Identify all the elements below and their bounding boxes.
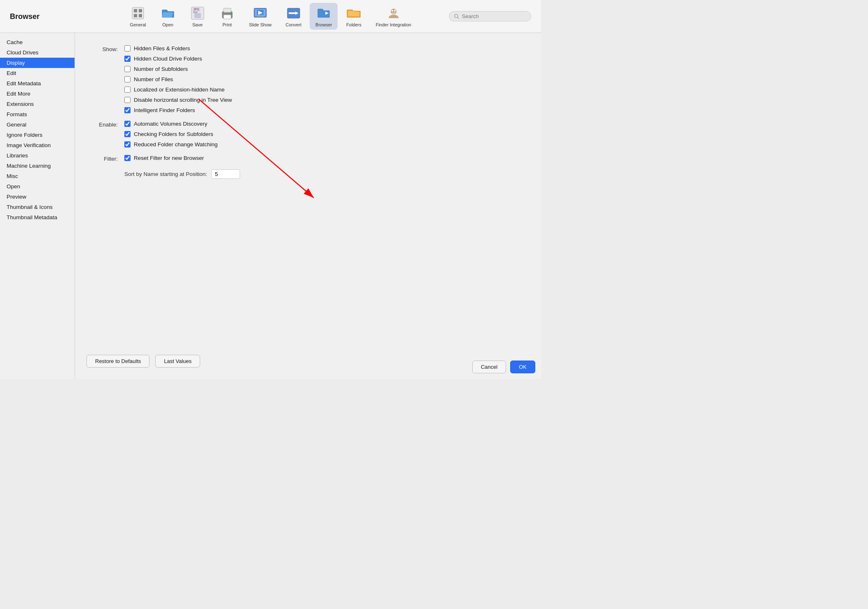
sidebar-item-preview[interactable]: Preview (0, 192, 75, 202)
enable-options: Automatic Volumes Discovery Checking Fol… (124, 121, 218, 148)
filter-label: Filter: (91, 155, 124, 162)
sidebar-item-display[interactable]: Display (0, 58, 75, 68)
toolbar-browser[interactable]: Browser (310, 3, 338, 30)
toolbar-folders[interactable]: Folders (340, 3, 367, 30)
disable-scroll-checkbox[interactable] (124, 97, 131, 103)
svg-rect-2 (139, 9, 142, 12)
reset-filter-label[interactable]: Reset Filter for new Browser (134, 155, 204, 161)
num-subfolders-label[interactable]: Number of Subfolders (134, 66, 188, 72)
last-values-button[interactable]: Last Values (155, 355, 200, 368)
sidebar-item-image-verification[interactable]: Image Verification (0, 140, 75, 150)
disable-scroll-label[interactable]: Disable horizontal scrolling in Tree Vie… (134, 97, 232, 103)
sidebar-item-cloud-drives[interactable]: Cloud Drives (0, 47, 75, 58)
reduced-watching-checkbox[interactable] (124, 141, 131, 148)
sort-input[interactable] (211, 169, 240, 179)
sidebar-item-general[interactable]: General (0, 119, 75, 130)
sidebar-item-edit-metadata[interactable]: Edit Metadata (0, 78, 75, 89)
reset-filter-checkbox[interactable] (124, 155, 131, 161)
sidebar-item-edit-more[interactable]: Edit More (0, 89, 75, 99)
localized-name-checkbox[interactable] (124, 87, 131, 93)
toolbar-save[interactable]: JPG PNG Save (184, 3, 211, 30)
restore-defaults-button[interactable]: Restore to Defaults (86, 355, 149, 368)
save-icon: JPG PNG (190, 5, 205, 21)
show-label: Show: (91, 45, 124, 52)
sidebar-item-misc[interactable]: Misc (0, 171, 75, 181)
num-files-label[interactable]: Number of Files (134, 76, 173, 82)
open-icon (160, 5, 176, 21)
toolbar-browser-label: Browser (315, 22, 332, 27)
num-files-checkbox[interactable] (124, 76, 131, 82)
search-icon (454, 14, 460, 19)
slideshow-icon (252, 5, 268, 21)
search-box[interactable] (449, 11, 531, 21)
window-bottom-buttons: Cancel OK (472, 361, 535, 373)
sidebar-item-thumbnail-icons[interactable]: Thumbnail & Icons (0, 202, 75, 212)
ok-button[interactable]: OK (510, 361, 535, 373)
svg-point-21 (394, 10, 396, 12)
hidden-files-row: Hidden Files & Folders (124, 45, 232, 52)
filter-section: Filter: Reset Filter for new Browser (91, 155, 525, 162)
toolbar-slideshow-label: Slide Show (249, 22, 272, 27)
print-icon (219, 5, 235, 21)
svg-point-20 (392, 10, 393, 12)
svg-rect-18 (289, 12, 295, 14)
svg-line-23 (457, 17, 459, 19)
sidebar-item-ignore-folders[interactable]: Ignore Folders (0, 130, 75, 140)
toolbar-finder-label: Finder Integration (376, 22, 411, 27)
hidden-files-checkbox[interactable] (124, 45, 131, 52)
main-content: Cache Cloud Drives Display Edit Edit Met… (0, 33, 541, 379)
checking-folders-checkbox[interactable] (124, 131, 131, 137)
sidebar-item-machine-learning[interactable]: Machine Learning (0, 161, 75, 171)
sidebar-item-formats[interactable]: Formats (0, 109, 75, 119)
num-subfolders-row: Number of Subfolders (124, 66, 232, 72)
toolbar-general[interactable]: General (124, 3, 152, 30)
search-input[interactable] (462, 13, 526, 19)
toolbar-open[interactable]: Open (154, 3, 182, 30)
hidden-cloud-checkbox[interactable] (124, 56, 131, 62)
reduced-watching-row: Reduced Folder change Watching (124, 141, 218, 148)
window-title: Browser (10, 12, 40, 21)
sidebar-item-edit[interactable]: Edit (0, 68, 75, 78)
svg-text:JPG: JPG (194, 8, 199, 11)
toolbar-folders-label: Folders (346, 22, 362, 27)
svg-rect-7 (194, 13, 201, 18)
folders-icon (346, 5, 362, 21)
browser-icon (316, 5, 331, 21)
toolbar-open-label: Open (162, 22, 173, 27)
toolbar-convert[interactable]: Convert (280, 3, 308, 30)
reduced-watching-label[interactable]: Reduced Folder change Watching (134, 141, 218, 148)
hidden-cloud-label[interactable]: Hidden Cloud Drive Folders (134, 56, 202, 62)
enable-section: Enable: Automatic Volumes Discovery Chec… (91, 121, 525, 148)
hidden-files-label[interactable]: Hidden Files & Folders (134, 45, 190, 52)
sidebar-item-thumbnail-metadata[interactable]: Thumbnail Metadata (0, 212, 75, 223)
localized-name-row: Localized or Extension-hidden Name (124, 87, 232, 93)
auto-volumes-label[interactable]: Automatic Volumes Discovery (134, 121, 208, 127)
bottom-buttons: Restore to Defaults Last Values (86, 355, 200, 368)
sort-label: Sort by Name starting at Position: (124, 171, 207, 177)
localized-name-label[interactable]: Localized or Extension-hidden Name (134, 87, 225, 93)
svg-rect-4 (139, 14, 142, 17)
svg-rect-1 (134, 9, 137, 12)
num-files-row: Number of Files (124, 76, 232, 82)
cancel-button[interactable]: Cancel (472, 361, 506, 373)
toolbar-slideshow[interactable]: Slide Show (243, 3, 278, 30)
checking-folders-label[interactable]: Checking Folders for Subfolders (134, 131, 213, 137)
svg-rect-12 (224, 15, 231, 19)
svg-rect-16 (257, 16, 264, 17)
intelligent-finder-label[interactable]: Intelligent Finder Folders (134, 107, 195, 113)
sidebar-item-extensions[interactable]: Extensions (0, 99, 75, 109)
sidebar-item-libraries[interactable]: Libraries (0, 150, 75, 161)
num-subfolders-checkbox[interactable] (124, 66, 131, 72)
title-bar: Browser General O (0, 0, 541, 33)
sidebar-item-cache[interactable]: Cache (0, 37, 75, 47)
toolbar-save-label: Save (192, 22, 203, 27)
toolbar-print-label: Print (222, 22, 232, 27)
sidebar-item-open[interactable]: Open (0, 181, 75, 192)
toolbar-print[interactable]: Print (214, 3, 241, 30)
toolbar-finder[interactable]: Finder Integration (370, 3, 417, 30)
finder-icon (386, 5, 401, 21)
intelligent-finder-checkbox[interactable] (124, 107, 131, 113)
auto-volumes-checkbox[interactable] (124, 121, 131, 127)
convert-icon (286, 5, 301, 21)
disable-scroll-row: Disable horizontal scrolling in Tree Vie… (124, 97, 232, 103)
